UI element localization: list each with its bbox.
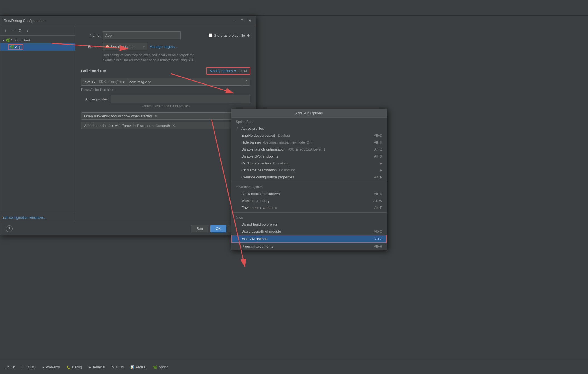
house-icon: 🏠: [105, 45, 109, 48]
tree-group-spring-boot-header[interactable]: ▾ 🌿 Spring Boot: [0, 37, 75, 43]
item-name: Environment variables: [241, 206, 374, 210]
debug-icon: 🐛: [67, 365, 71, 369]
dialog-body: + − ⧉ ↕ ▾ 🌿 Spring Boot 🌿 App: [0, 26, 256, 222]
browse-button[interactable]: ⋮: [242, 78, 250, 86]
chevron-down-icon: ▾: [234, 69, 236, 73]
profiles-hint: Comma separated list of profiles: [81, 104, 250, 108]
item-name: Active profiles: [241, 126, 382, 131]
profiler-icon: 📊: [130, 365, 134, 369]
main-class-input[interactable]: [127, 78, 242, 86]
panel-item-no-build[interactable]: Do not build before run: [231, 221, 387, 228]
run-debug-dialog: Run/Debug Configurations − □ ✕ + − ⧉ ↕ ▾…: [0, 16, 256, 235]
run-button[interactable]: Run: [191, 225, 208, 232]
tab-todo[interactable]: ☰ TODO: [19, 364, 38, 370]
run-on-row: Run on: 🏠 Local machine ▾ Manage targets…: [81, 43, 250, 50]
panel-item-active-profiles[interactable]: ✓ Active profiles: [231, 125, 387, 132]
dialog-close-button[interactable]: ✕: [247, 18, 253, 24]
os-section-title: Operating System: [231, 183, 387, 190]
copy-config-button[interactable]: ⧉: [17, 28, 23, 34]
item-name: Disable launch optimization -XX:TieredSt…: [241, 147, 374, 151]
item-name: Do not build before run: [241, 222, 382, 227]
chip-label-1: Open run/debug tool window when started: [84, 114, 152, 118]
chip-open-tool-window: Open run/debug tool window when started …: [81, 112, 250, 120]
name-input[interactable]: [103, 31, 181, 39]
panel-divider: [231, 182, 387, 182]
item-name: Program arguments: [241, 244, 374, 248]
item-name: Allow multiple instances: [241, 192, 374, 196]
chevron-down-icon: ▾: [3, 38, 4, 42]
run-on-dropdown[interactable]: 🏠 Local machine ▾: [103, 43, 147, 50]
tab-todo-label: TODO: [26, 365, 35, 369]
dialog-sidebar: + − ⧉ ↕ ▾ 🌿 Spring Boot 🌿 App: [0, 26, 75, 222]
arrow-icon: ▶: [380, 168, 382, 172]
name-row: Name: Store as project file ⚙: [81, 31, 250, 39]
run-on-description: Run configurations may be executed local…: [103, 53, 250, 63]
modify-options-button[interactable]: Modify options ▾ Alt+M: [206, 67, 250, 75]
run-on-label: Run on:: [81, 45, 101, 49]
chip-label-2: Add dependencies with "provided" scope t…: [84, 124, 170, 128]
chevron-down-icon: ▾: [123, 80, 125, 84]
ok-button[interactable]: OK: [210, 225, 226, 232]
tree-group-spring-boot: ▾ 🌿 Spring Boot 🌿 App: [0, 37, 75, 51]
panel-item-hide-banner[interactable]: Hide banner -Dspring.main.banner-mode=OF…: [231, 139, 387, 146]
remove-config-button[interactable]: −: [10, 28, 16, 34]
gear-icon[interactable]: ⚙: [247, 33, 250, 38]
help-button[interactable]: ?: [6, 225, 13, 232]
panel-item-classpath-module[interactable]: Use classpath of module Alt+O: [231, 228, 387, 235]
panel-item-working-dir[interactable]: Working directory Alt+W: [231, 197, 387, 204]
tab-spring[interactable]: 🌿 Spring: [150, 364, 171, 370]
edit-templates-link[interactable]: Edit configuration templates...: [3, 216, 46, 220]
tab-build-label: Build: [116, 365, 124, 369]
store-label: Store as project file: [214, 33, 245, 38]
tab-problems[interactable]: ● Problems: [40, 364, 63, 370]
tab-spring-label: Spring: [159, 365, 168, 369]
description-line1: Run configurations may be executed local…: [103, 53, 194, 57]
item-hint: Alt+W: [373, 199, 382, 203]
dialog-title: Run/Debug Configurations: [4, 19, 46, 23]
check-icon: ✓: [236, 126, 241, 131]
tab-terminal[interactable]: ▶ Terminal: [86, 364, 108, 370]
name-label: Name:: [81, 33, 101, 38]
item-name: Add VM options: [242, 237, 374, 241]
panel-item-disable-launch[interactable]: Disable launch optimization -XX:TieredSt…: [231, 146, 387, 153]
tab-build[interactable]: ⚒ Build: [109, 364, 126, 370]
dialog-footer: ? Run OK Cancel: [0, 222, 256, 235]
item-hint: Alt+O: [374, 230, 382, 233]
tree-item-app[interactable]: 🌿 App: [0, 43, 75, 51]
tab-git[interactable]: ⎇ Git: [2, 364, 18, 370]
panel-item-env-variables[interactable]: Environment variables Alt+E: [231, 204, 387, 211]
git-icon: ⎇: [5, 365, 9, 369]
tab-profiler[interactable]: 📊 Profiler: [128, 364, 149, 370]
item-hint: Alt+E: [374, 206, 382, 210]
problems-icon: ●: [42, 365, 44, 369]
run-on-value: Local machine: [111, 45, 134, 49]
dialog-maximize-button[interactable]: □: [239, 18, 245, 24]
panel-item-program-args[interactable]: Program arguments Alt+R: [231, 243, 387, 250]
app-tree-item-label: 🌿 App: [8, 44, 23, 50]
panel-item-frame-deactivation[interactable]: On frame deactivation Do nothing ▶: [231, 167, 387, 174]
store-checkbox[interactable]: [209, 33, 212, 37]
panel-item-enable-debug[interactable]: Enable debug output -Ddebug Alt+D: [231, 132, 387, 139]
panel-item-disable-jmx[interactable]: Disable JMX endpoints Alt+X: [231, 153, 387, 160]
add-run-options-panel: Add Run Options Spring Boot ✓ Active pro…: [231, 109, 387, 250]
panel-item-update-action[interactable]: On 'Update' action Do nothing ▶: [231, 160, 387, 167]
add-config-button[interactable]: +: [3, 28, 9, 34]
dialog-minimize-button[interactable]: −: [231, 18, 237, 24]
panel-item-override-config[interactable]: Override configuration properties Alt+P: [231, 174, 387, 181]
terminal-icon: ▶: [89, 365, 91, 369]
panel-header: Add Run Options: [231, 109, 387, 118]
panel-item-multiple-instances[interactable]: Allow multiple instances Alt+U: [231, 190, 387, 197]
java-dropdown[interactable]: java 17 SDK of 'msg' m ▾: [81, 78, 127, 86]
profiles-input[interactable]: [111, 95, 250, 103]
sidebar-toolbar: + − ⧉ ↕: [0, 26, 75, 36]
item-name: Hide banner -Dspring.main.banner-mode=OF…: [241, 140, 374, 144]
description-line2: example in a Docker container or on a re…: [103, 58, 195, 62]
panel-item-add-vm-options[interactable]: Add VM options Alt+V: [231, 235, 387, 243]
chip-close-1[interactable]: ✕: [154, 114, 158, 118]
tab-debug[interactable]: 🐛 Debug: [64, 364, 85, 370]
manage-targets-link[interactable]: Manage targets...: [150, 45, 178, 49]
sort-config-button[interactable]: ↕: [24, 28, 30, 34]
ide-bottom-bar: ⎇ Git ☰ TODO ● Problems 🐛 Debug ▶ Termin…: [0, 360, 588, 374]
chip-close-2[interactable]: ✕: [172, 123, 175, 128]
field-hint: Press Alt for field hints: [81, 88, 250, 92]
